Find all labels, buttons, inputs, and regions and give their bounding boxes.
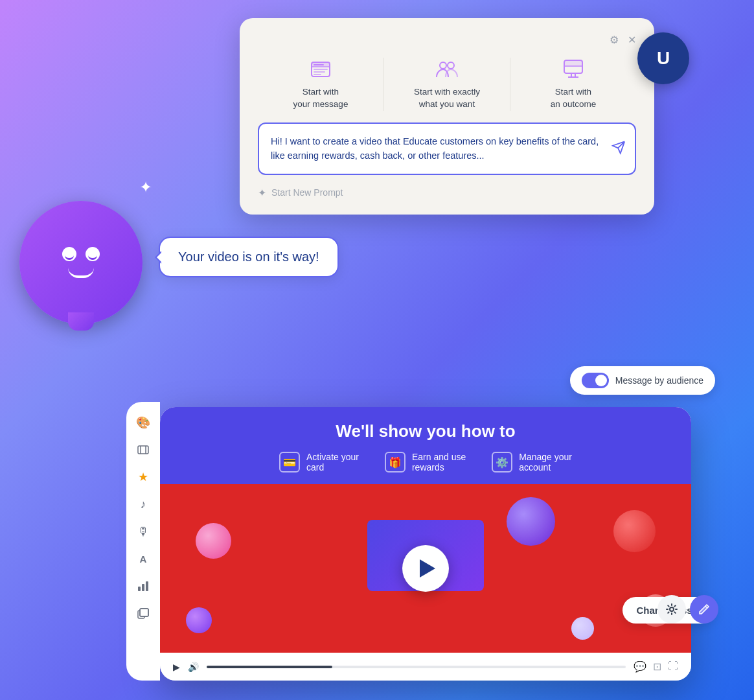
video-header-title: We'll show you how to — [178, 421, 673, 441]
close-icon[interactable]: ✕ — [628, 34, 636, 46]
video-header: We'll show you how to 💳 Activate yourcar… — [160, 407, 691, 484]
video-feature-activate: 💳 Activate yourcard — [279, 452, 359, 472]
svg-rect-4 — [314, 69, 328, 70]
svg-rect-18 — [138, 587, 141, 591]
svg-rect-19 — [142, 584, 144, 591]
new-prompt-button[interactable]: ✦ Start New Prompt — [258, 184, 636, 202]
ball-purple-bl — [186, 607, 212, 633]
bot-eyes — [62, 247, 100, 261]
sidebar-item-palette[interactable]: 🎨 — [131, 411, 155, 434]
bot-eye-left — [62, 247, 76, 261]
ball-lavender-b — [571, 617, 594, 640]
volume-ctrl-button[interactable]: 🔊 — [188, 662, 199, 672]
chat-panel-controls: ⚙ ✕ — [610, 34, 636, 46]
cursor-sparkle: ✦ — [139, 178, 152, 196]
edit-action-button[interactable] — [690, 595, 718, 624]
feature-rewards-label: Earn and userewards — [412, 452, 466, 472]
chat-panel-header: ⚙ ✕ — [258, 34, 636, 46]
option-exact-label: Start with exactlywhat you want — [414, 86, 480, 111]
card-icon: 💳 — [279, 452, 300, 472]
progress-bar[interactable] — [207, 666, 626, 668]
chat-bubble: Your video is on it's way! — [159, 237, 339, 277]
input-text: Hi! I want to create a video that Educat… — [271, 134, 602, 163]
message-by-audience-label: Message by audience — [615, 375, 703, 386]
toggle-knob — [595, 375, 607, 386]
ball-purple-top — [507, 497, 555, 546]
svg-point-24 — [670, 607, 674, 611]
option-outcome-label: Start withan outcome — [551, 86, 597, 111]
ball-red-tr — [613, 510, 656, 552]
video-content: We'll show you how to 💳 Activate yourcar… — [160, 407, 691, 681]
svg-rect-20 — [146, 581, 148, 591]
sidebar-item-star[interactable]: ★ — [131, 465, 155, 489]
video-feature-rewards: 🎁 Earn and userewards — [385, 452, 466, 472]
feature-account-label: Manage youraccount — [519, 452, 572, 472]
user-avatar: U — [637, 32, 689, 84]
settings-icon[interactable]: ⚙ — [610, 34, 619, 46]
video-red-area — [160, 484, 691, 653]
sidebar-item-assets[interactable] — [131, 601, 155, 625]
new-prompt-label: Start New Prompt — [271, 187, 343, 198]
chat-panel: ⚙ ✕ Start withyour message — [240, 18, 654, 215]
svg-rect-15 — [138, 446, 148, 454]
svg-rect-5 — [314, 71, 325, 73]
video-feature-account: ⚙️ Manage youraccount — [492, 452, 572, 472]
feature-activate-label: Activate yourcard — [306, 452, 359, 472]
svg-rect-10 — [564, 60, 582, 66]
ctrl-right: 💬 ⊡ ⛶ — [634, 660, 678, 673]
bot-smile — [68, 268, 94, 278]
svg-rect-6 — [314, 74, 321, 75]
sidebar-item-charts[interactable] — [131, 574, 155, 598]
sidebar-item-text[interactable]: A — [131, 547, 155, 570]
toggle-switch[interactable] — [582, 373, 609, 388]
play-ctrl-button[interactable]: ▶ — [173, 662, 180, 672]
video-controls: ▶ 🔊 💬 ⊡ ⛶ — [160, 653, 691, 681]
outcome-icon — [560, 58, 586, 81]
progress-fill — [207, 666, 332, 668]
video-panel: We'll show you how to 💳 Activate yourcar… — [160, 407, 691, 681]
ball-pink-left — [196, 523, 231, 559]
bot-avatar — [19, 201, 143, 324]
bot-chat-tail — [68, 312, 94, 331]
sidebar-item-music[interactable]: ♪ — [131, 493, 155, 516]
sparkle-icon: ✦ — [258, 187, 266, 199]
settings-circle-icon: ⚙️ — [492, 452, 512, 472]
people-icon — [434, 58, 460, 81]
text-input-area: Hi! I want to create a video that Educat… — [258, 122, 636, 175]
settings-action-button[interactable] — [657, 595, 686, 624]
video-features: 💳 Activate yourcard 🎁 Earn and usereward… — [178, 452, 673, 472]
captions-icon[interactable]: 💬 — [634, 660, 646, 673]
send-button[interactable] — [611, 141, 626, 157]
svg-rect-3 — [314, 64, 324, 65]
message-lines-icon — [308, 58, 334, 81]
gift-icon: 🎁 — [385, 452, 406, 472]
play-button[interactable] — [402, 545, 449, 592]
sidebar: 🎨 ★ ♪ 🎙 A — [126, 402, 160, 681]
option-start-exact[interactable]: Start with exactlywhat you want — [383, 58, 510, 111]
message-by-audience-toggle[interactable]: Message by audience — [570, 366, 715, 395]
sidebar-item-scenes[interactable] — [131, 438, 155, 461]
svg-point-8 — [448, 62, 454, 69]
bot-face — [62, 247, 100, 278]
svg-rect-22 — [140, 609, 148, 616]
option-start-outcome[interactable]: Start withan outcome — [510, 58, 636, 111]
option-start-message[interactable]: Start withyour message — [258, 58, 383, 111]
svg-point-7 — [440, 62, 446, 69]
fullscreen-icon[interactable]: ⛶ — [668, 660, 678, 673]
fullscreen-small-icon[interactable]: ⊡ — [653, 660, 661, 673]
options-row: Start withyour message Start with exactl… — [258, 58, 636, 111]
bot-eye-right — [86, 247, 100, 261]
avatar-letter: U — [657, 48, 670, 69]
option-message-label: Start withyour message — [293, 86, 348, 111]
bubble-text: Your video is on it's way! — [178, 250, 319, 264]
sidebar-item-voice[interactable]: 🎙 — [131, 520, 155, 543]
